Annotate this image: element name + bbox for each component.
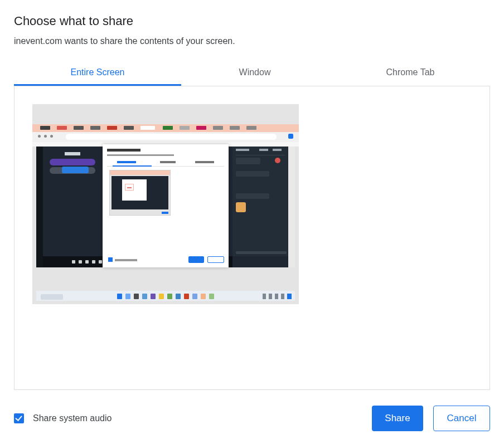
share-audio-checkbox[interactable] — [14, 413, 24, 423]
share-button[interactable]: Share — [372, 406, 423, 431]
screen-thumbnail[interactable] — [32, 104, 299, 304]
preview-area — [14, 86, 490, 390]
tab-window[interactable]: Window — [181, 62, 328, 86]
dialog-footer: Share system audio Share Cancel — [14, 390, 490, 431]
tab-entire-screen[interactable]: Entire Screen — [14, 62, 181, 86]
tab-chrome-tab[interactable]: Chrome Tab — [328, 62, 492, 86]
share-audio-label: Share system audio — [33, 413, 112, 423]
dialog-subtitle: inevent.com wants to share the contents … — [14, 36, 490, 46]
dialog-title: Choose what to share — [14, 14, 490, 28]
cancel-button[interactable]: Cancel — [433, 406, 490, 431]
source-tabs: Entire Screen Window Chrome Tab — [14, 62, 490, 86]
